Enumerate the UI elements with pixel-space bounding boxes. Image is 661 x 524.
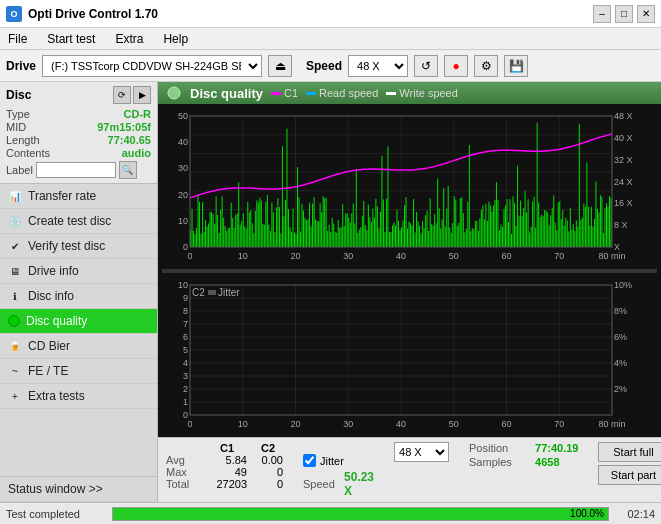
menu-bar: File Start test Extra Help: [0, 28, 661, 50]
extra-tests-icon: +: [8, 389, 22, 403]
close-button[interactable]: ✕: [637, 5, 655, 23]
drive-bar: Drive (F:) TSSTcorp CDDVDW SH-224GB SB00…: [0, 50, 661, 82]
disc-type-value: CD-R: [124, 108, 152, 120]
title-bar-left: O Opti Drive Control 1.70: [6, 6, 158, 22]
chart1-canvas: [162, 108, 657, 265]
start-part-button[interactable]: Start part: [598, 465, 661, 485]
status-bar: Test completed 100.0% 02:14: [0, 502, 661, 524]
stats-avg-label: Avg: [166, 454, 201, 466]
maximize-button[interactable]: □: [615, 5, 633, 23]
position-value: 77:40.19: [535, 442, 578, 454]
c1-legend-dot: [271, 92, 281, 95]
drive-label: Drive: [6, 59, 36, 73]
disc-action-btn-1[interactable]: ⟳: [113, 86, 131, 104]
save-button[interactable]: 💾: [504, 55, 528, 77]
status-text: Test completed: [6, 508, 106, 520]
position-row: Position 77:40.19: [469, 442, 578, 454]
write-legend-dot: [386, 92, 396, 95]
eject-button[interactable]: ⏏: [268, 55, 292, 77]
disc-action-btn-2[interactable]: ▶: [133, 86, 151, 104]
legend-read: Read speed: [306, 87, 378, 99]
options-button[interactable]: ⚙: [474, 55, 498, 77]
stats-avg-c2: 0.00: [253, 454, 283, 466]
stats-max-label: Max: [166, 466, 201, 478]
stats-max-c2: 0: [253, 466, 283, 478]
jitter-checkbox[interactable]: [303, 454, 316, 467]
speed-row: Speed 50.23 X: [303, 470, 374, 498]
position-label: Position: [469, 442, 529, 454]
transfer-rate-icon: 📊: [8, 189, 22, 203]
progress-bar: 100.0%: [112, 507, 609, 521]
sidebar-label-verify-test-disc: Verify test disc: [28, 239, 105, 253]
record-button[interactable]: ●: [444, 55, 468, 77]
title-bar: O Opti Drive Control 1.70 – □ ✕: [0, 0, 661, 28]
menu-help[interactable]: Help: [159, 31, 192, 47]
disc-mid-value: 97m15:05f: [97, 121, 151, 133]
menu-start-test[interactable]: Start test: [43, 31, 99, 47]
verify-test-disc-icon: ✔: [8, 239, 22, 253]
speed-select[interactable]: 48 X 40 X 32 X 24 X 16 X 8 X: [348, 55, 408, 77]
sidebar-item-cd-bier[interactable]: 🍺 CD Bier: [0, 334, 157, 359]
stats-total-c2: 0: [253, 478, 283, 490]
stats-header-row: C1 C2: [166, 442, 283, 454]
time-text: 02:14: [615, 508, 655, 520]
samples-row: Samples 4658: [469, 456, 578, 468]
sidebar-item-drive-info[interactable]: 🖥 Drive info: [0, 259, 157, 284]
minimize-button[interactable]: –: [593, 5, 611, 23]
disc-label-btn[interactable]: 🔍: [119, 161, 137, 179]
chart-title: Disc quality: [190, 86, 263, 101]
legend-write: Write speed: [386, 87, 458, 99]
disc-contents-row: Contents audio: [6, 147, 151, 159]
start-full-button[interactable]: Start full: [598, 442, 661, 462]
disc-label-row: Label 🔍: [6, 161, 151, 179]
sidebar-label-disc-quality: Disc quality: [26, 314, 87, 328]
title-controls: – □ ✕: [593, 5, 655, 23]
fe-te-icon: ~: [8, 364, 22, 378]
progress-text: 100.0%: [570, 508, 604, 520]
app-title: Opti Drive Control 1.70: [28, 7, 158, 21]
sidebar-label-status-window: Status window >>: [8, 482, 103, 496]
c1-legend-text: C1: [284, 87, 298, 99]
disc-info-header: Disc ⟳ ▶: [6, 86, 151, 104]
sidebar-item-transfer-rate[interactable]: 📊 Transfer rate: [0, 184, 157, 209]
disc-length-label: Length: [6, 134, 40, 146]
chart-divider: [162, 269, 657, 273]
drive-info-icon: 🖥: [8, 264, 22, 278]
cd-bier-icon: 🍺: [8, 339, 22, 353]
menu-extra[interactable]: Extra: [111, 31, 147, 47]
disc-label-input[interactable]: [36, 162, 116, 178]
sidebar-item-extra-tests[interactable]: + Extra tests: [0, 384, 157, 409]
sidebar-item-create-test-disc[interactable]: 💿 Create test disc: [0, 209, 157, 234]
sidebar-item-status-window[interactable]: Status window >>: [0, 476, 157, 502]
drive-select[interactable]: (F:) TSSTcorp CDDVDW SH-224GB SB00: [42, 55, 262, 77]
jitter-label: Jitter: [320, 455, 344, 467]
disc-quality-icon: [8, 315, 20, 327]
samples-label: Samples: [469, 456, 529, 468]
menu-file[interactable]: File: [4, 31, 31, 47]
app-icon: O: [6, 6, 22, 22]
sidebar-item-disc-info[interactable]: ℹ Disc info: [0, 284, 157, 309]
speed-stat-value: 50.23 X: [344, 470, 374, 498]
speed-stat-select[interactable]: 48 X 40 X 32 X: [394, 442, 449, 462]
disc-label-label: Label: [6, 164, 33, 176]
read-legend-dot: [306, 92, 316, 95]
disc-contents-label: Contents: [6, 147, 50, 159]
speed-stat-label: Speed: [303, 478, 338, 490]
disc-contents-value: audio: [122, 147, 151, 159]
sidebar-label-extra-tests: Extra tests: [28, 389, 85, 403]
content-area: Disc quality C1 Read speed Write speed: [158, 82, 661, 502]
stats-table: C1 C2 Avg 5.84 0.00 Max 49 0 Total 27203…: [166, 442, 283, 490]
sidebar-label-cd-bier: CD Bier: [28, 339, 70, 353]
sidebar-item-disc-quality[interactable]: Disc quality: [0, 309, 157, 334]
sidebar-label-transfer-rate: Transfer rate: [28, 189, 96, 203]
sidebar-item-fe-te[interactable]: ~ FE / TE: [0, 359, 157, 384]
action-buttons: Start full Start part: [598, 442, 661, 485]
jitter-row: Jitter: [303, 454, 374, 467]
disc-mid-row: MID 97m15:05f: [6, 121, 151, 133]
disc-info-panel: Disc ⟳ ▶ Type CD-R MID 97m15:05f Length …: [0, 82, 157, 184]
stats-col-c1: C1: [207, 442, 247, 454]
sidebar-item-verify-test-disc[interactable]: ✔ Verify test disc: [0, 234, 157, 259]
stats-col-c2: C2: [253, 442, 283, 454]
speed-label: Speed: [306, 59, 342, 73]
speed-refresh-button[interactable]: ↺: [414, 55, 438, 77]
